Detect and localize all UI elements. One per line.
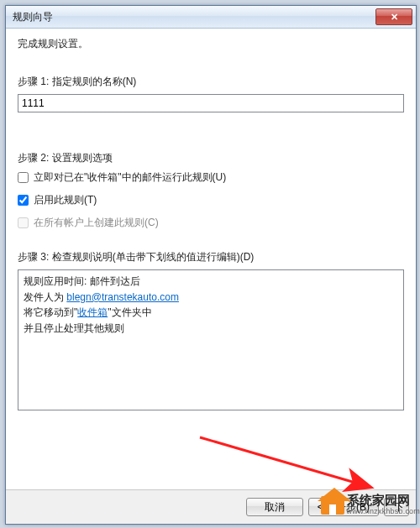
option-enable-rule[interactable]: 启用此规则(T) (18, 193, 404, 207)
rules-wizard-window: 规则向导 ✕ 完成规则设置。 步骤 1: 指定规则的名称(N) 步骤 2: 设置… (5, 5, 417, 525)
step2-label: 步骤 2: 设置规则选项 (18, 151, 404, 165)
cancel-button[interactable]: 取消 (246, 498, 303, 516)
close-icon: ✕ (391, 12, 398, 23)
next-button[interactable]: 下 (384, 498, 409, 516)
run-now-label: 立即对已在"收件箱"中的邮件运行此规则(U) (34, 170, 226, 185)
back-button[interactable]: < 上一步(B) (308, 498, 379, 516)
desc-line-stop: 并且停止处理其他规则 (24, 321, 398, 337)
window-title: 规则向导 (13, 10, 53, 24)
step1-label: 步骤 1: 指定规则的名称(N) (18, 75, 404, 89)
desc-line-move: 将它移动到"收件箱"文件夹中 (24, 305, 398, 321)
desc-line-from: 发件人为 blegn@transtekauto.com (24, 290, 398, 306)
enable-rule-label: 启用此规则(T) (34, 193, 97, 207)
option-run-now[interactable]: 立即对已在"收件箱"中的邮件运行此规则(U) (18, 170, 404, 185)
enable-rule-checkbox[interactable] (18, 195, 29, 206)
content-area: 完成规则设置。 步骤 1: 指定规则的名称(N) 步骤 2: 设置规则选项 立即… (6, 29, 416, 489)
target-folder-link[interactable]: 收件箱 (77, 306, 108, 318)
all-accounts-checkbox (18, 217, 29, 228)
rule-description-box: 规则应用时间: 邮件到达后 发件人为 blegn@transtekauto.co… (18, 269, 404, 410)
desc-line-apply-time: 规则应用时间: 邮件到达后 (24, 274, 398, 290)
option-all-accounts: 在所有帐户上创建此规则(C) (18, 216, 404, 230)
rule-name-input[interactable] (18, 94, 404, 112)
titlebar: 规则向导 ✕ (6, 6, 416, 29)
run-now-checkbox[interactable] (18, 172, 29, 183)
all-accounts-label: 在所有帐户上创建此规则(C) (34, 216, 159, 230)
from-address-link[interactable]: blegn@transtekauto.com (66, 291, 179, 303)
step3-label: 步骤 3: 检查规则说明(单击带下划线的值进行编辑)(D) (18, 250, 404, 264)
close-button[interactable]: ✕ (375, 8, 412, 25)
page-subtitle: 完成规则设置。 (18, 37, 404, 51)
button-bar: 取消 < 上一步(B) 下 (6, 489, 416, 524)
